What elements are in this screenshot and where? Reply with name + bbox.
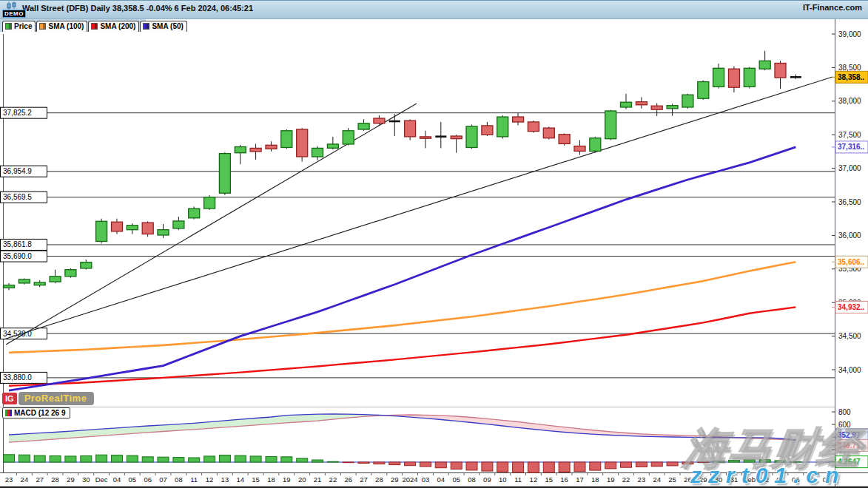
macd-indicator-tab[interactable]: MACD (12 26 9 xyxy=(2,407,70,418)
svg-text:15: 15 xyxy=(545,475,554,484)
sma-value-callout: 37,316.. xyxy=(832,141,868,153)
svg-text:37,825.2: 37,825.2 xyxy=(3,109,32,117)
svg-text:06: 06 xyxy=(144,475,152,484)
sma-lines xyxy=(9,147,795,390)
svg-text:09: 09 xyxy=(483,475,491,484)
svg-text:38,000: 38,000 xyxy=(838,97,861,105)
svg-text:29: 29 xyxy=(67,475,75,484)
svg-text:37,500: 37,500 xyxy=(838,131,861,139)
svg-text:36,569.5: 36,569.5 xyxy=(3,193,32,201)
svg-text:35,690.0: 35,690.0 xyxy=(3,252,32,260)
legend-price-label: Price xyxy=(14,22,32,30)
svg-text:25: 25 xyxy=(668,475,676,484)
svg-text:18: 18 xyxy=(267,475,275,484)
svg-text:24: 24 xyxy=(653,475,661,484)
svg-text:348.71: 348.71 xyxy=(838,441,861,450)
svg-text:600: 600 xyxy=(838,421,851,429)
svg-text:800: 800 xyxy=(838,408,851,416)
svg-text:36,954.9: 36,954.9 xyxy=(3,167,32,175)
svg-text:07: 07 xyxy=(807,475,815,484)
svg-text:31: 31 xyxy=(730,475,739,484)
svg-text:16: 16 xyxy=(560,475,568,484)
prorealtime-logo: IG ProRealTime xyxy=(2,392,94,405)
svg-text:34,000: 34,000 xyxy=(838,366,861,374)
svg-text:39,000: 39,000 xyxy=(838,30,861,38)
svg-text:34,538.0: 34,538.0 xyxy=(3,330,32,338)
svg-text:36,000: 36,000 xyxy=(838,231,861,240)
svg-text:Feb: Feb xyxy=(744,475,756,484)
svg-text:37,316..: 37,316.. xyxy=(838,143,864,151)
legend-sma200-label: SMA (200) xyxy=(100,22,135,30)
candles-layer xyxy=(4,51,801,291)
svg-text:29: 29 xyxy=(699,475,707,484)
window-title: Wall Street (DFB) Daily 38,358.5 -0.04% … xyxy=(22,1,253,13)
svg-text:27: 27 xyxy=(36,475,44,484)
legend-price-tab[interactable]: Price xyxy=(2,21,36,32)
svg-text:04: 04 xyxy=(113,475,121,484)
macd-value-callout: 4.2647 xyxy=(832,456,868,468)
svg-text:26: 26 xyxy=(344,475,352,484)
svg-text:33,880.0: 33,880.0 xyxy=(3,373,32,382)
svg-text:28: 28 xyxy=(51,475,59,484)
prorealtime-wordmark: ProRealTime xyxy=(18,392,95,405)
svg-text:10: 10 xyxy=(499,475,507,484)
svg-text:03: 03 xyxy=(422,475,430,484)
svg-text:14: 14 xyxy=(237,475,245,484)
legend-sma200-tab[interactable]: SMA (200) xyxy=(88,21,139,32)
macd-value-callout: 352.97 xyxy=(832,429,868,441)
svg-text:4.2647: 4.2647 xyxy=(838,458,861,466)
svg-text:29: 29 xyxy=(391,475,399,484)
svg-text:02: 02 xyxy=(761,475,769,484)
svg-text:22: 22 xyxy=(622,475,630,484)
svg-text:21: 21 xyxy=(314,475,322,484)
svg-text:35,606..: 35,606.. xyxy=(838,258,864,266)
svg-text:12: 12 xyxy=(206,475,214,484)
svg-text:37,000: 37,000 xyxy=(838,164,861,172)
svg-text:08: 08 xyxy=(823,475,831,484)
svg-text:23: 23 xyxy=(638,475,646,484)
svg-text:28: 28 xyxy=(375,475,383,484)
svg-text:38,358..: 38,358.. xyxy=(838,73,864,81)
chart-canvas[interactable]: 39,00038,50038,00037,50037,00036,50036,0… xyxy=(0,0,868,488)
trading-app-window: 39,00038,50038,00037,50037,00036,50036,0… xyxy=(0,0,868,488)
demo-badge: DEMO xyxy=(2,10,26,18)
legend-sma100-label: SMA (100) xyxy=(48,22,84,30)
svg-text:26: 26 xyxy=(684,475,692,484)
legend-sma50-tab[interactable]: SMA (50) xyxy=(140,21,186,32)
svg-text:08: 08 xyxy=(468,475,476,484)
svg-text:24: 24 xyxy=(21,475,29,484)
svg-text:19: 19 xyxy=(283,475,291,484)
site-link[interactable]: IT-Finance.com xyxy=(803,1,868,12)
svg-text:11: 11 xyxy=(190,475,198,484)
svg-text:19: 19 xyxy=(607,475,615,484)
svg-text:11: 11 xyxy=(514,475,522,484)
legend-sma100-tab[interactable]: SMA (100) xyxy=(36,21,87,32)
last-price-callout: 38,358.. xyxy=(832,71,868,83)
svg-text:08: 08 xyxy=(175,475,183,484)
svg-text:30: 30 xyxy=(715,475,723,484)
svg-text:17: 17 xyxy=(576,475,584,484)
svg-text:23: 23 xyxy=(5,475,13,484)
price-levels: 37,825.236,954.936,569.535,861.835,690.0… xyxy=(1,107,835,383)
sma200-swatch-icon xyxy=(91,23,98,30)
date-axis: 232427282930Dec0405060708111213141518192… xyxy=(5,473,835,484)
sma-value-callout: 34,932.. xyxy=(832,301,868,313)
svg-text:07: 07 xyxy=(159,475,167,484)
svg-text:05: 05 xyxy=(452,475,460,484)
svg-text:06: 06 xyxy=(792,475,800,484)
svg-text:22: 22 xyxy=(329,475,337,484)
legend-bar: Price SMA (100) SMA (200) SMA (50) xyxy=(0,19,146,32)
svg-text:20: 20 xyxy=(298,475,306,484)
svg-text:05: 05 xyxy=(776,475,784,484)
price-swatch-icon xyxy=(5,23,12,30)
legend-sma50-label: SMA (50) xyxy=(152,22,183,30)
svg-text:35,861.8: 35,861.8 xyxy=(3,240,32,248)
trendlines[interactable] xyxy=(4,77,832,345)
svg-text:36,500: 36,500 xyxy=(838,198,861,206)
svg-text:Dec: Dec xyxy=(95,475,108,484)
macd-tab-label: MACD (12 26 9 xyxy=(14,409,65,417)
header-bar: DEMO Wall Street (DFB) Daily 38,358.5 -0… xyxy=(0,0,868,19)
svg-text:34,932..: 34,932.. xyxy=(838,303,864,311)
svg-text:352.97: 352.97 xyxy=(838,431,861,439)
sma-value-callout: 35,606.. xyxy=(832,256,868,268)
